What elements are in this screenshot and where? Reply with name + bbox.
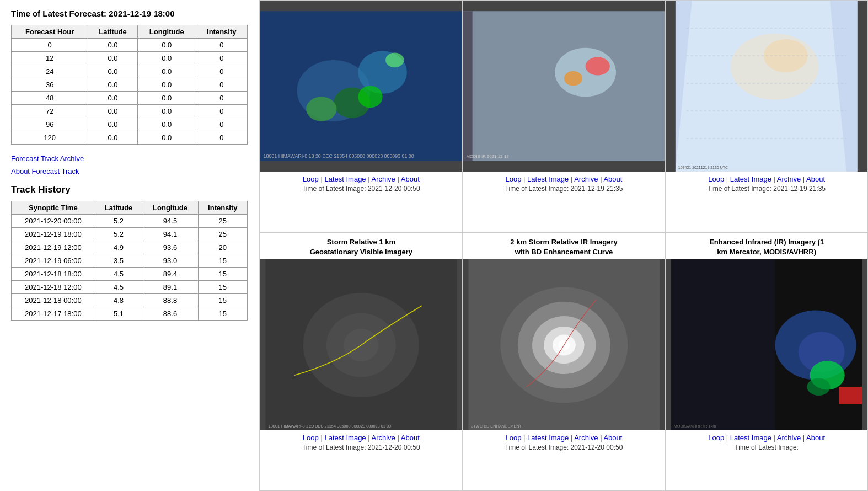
history-table-cell: 4.8 (95, 294, 142, 307)
forecast-track-archive-link-block[interactable]: Forecast Track Archive (11, 154, 248, 163)
page-wrapper: Time of Latest Forecast: 2021-12-19 18:0… (0, 0, 868, 491)
archive-link-2[interactable]: Archive (574, 175, 598, 183)
loop-link-1[interactable]: Loop (303, 175, 319, 183)
satellite-image-5: JTWC BD ENHANCEMENT (463, 259, 665, 430)
latest-image-link-2[interactable]: Latest Image (527, 175, 569, 183)
history-table-row: 2021-12-20 00:005.294.525 (12, 215, 248, 228)
forecast-table-row: 1200.00.00 (12, 131, 248, 145)
about-forecast-track-link-block[interactable]: About Forecast Track (11, 167, 248, 175)
caption-links-2: Loop | Latest Image | Archive | About (468, 175, 661, 183)
archive-link-4[interactable]: Archive (372, 434, 395, 442)
forecast-table-cell: 0 (196, 78, 247, 92)
latest-image-link-3[interactable]: Latest Image (730, 175, 771, 183)
latest-image-link-1[interactable]: Latest Image (324, 175, 366, 183)
about-link-3[interactable]: About (806, 175, 825, 183)
caption-area-6: Loop | Latest Image | Archive | About Ti… (666, 430, 867, 456)
caption-links-6: Loop | Latest Image | Archive | About (670, 434, 863, 442)
right-panel: 18001 HIMAWARI-8 13 20 DEC 21354 005000 … (259, 0, 868, 491)
satellite-image-2: MODIS IR 2021-12-19 (463, 1, 665, 172)
svg-text:MODIS IR 2021-12-19: MODIS IR 2021-12-19 (466, 154, 508, 159)
svg-text:18001 HIMAWARI-8 13 20 DEC 213: 18001 HIMAWARI-8 13 20 DEC 21354 005000 … (264, 153, 414, 159)
forecast-table-cell: 0.0 (88, 39, 138, 52)
forecast-table-cell: 0.0 (137, 39, 196, 52)
archive-link-3[interactable]: Archive (777, 175, 801, 183)
latest-image-link-5[interactable]: Latest Image (527, 434, 569, 442)
col-header-intensity: Intensity (196, 25, 247, 39)
about-link-4[interactable]: About (401, 434, 420, 442)
latest-image-link-4[interactable]: Latest Image (324, 434, 366, 442)
forecast-table-cell: 0.0 (137, 118, 196, 131)
forecast-table-cell: 36 (12, 78, 88, 92)
latest-image-link-6[interactable]: Latest Image (730, 434, 771, 442)
col-header-longitude: Longitude (137, 25, 196, 39)
history-table: Synoptic Time Latitude Longitude Intensi… (11, 201, 248, 321)
archive-link-1[interactable]: Archive (372, 175, 395, 183)
history-table-row: 2021-12-19 12:004.993.620 (12, 241, 248, 254)
forecast-table-row: 00.00.00 (12, 39, 248, 52)
svg-text:18001 HIMAWARI-8 1 20 DEC 2135: 18001 HIMAWARI-8 1 20 DEC 21354 005000 0… (269, 424, 391, 429)
about-link-1[interactable]: About (401, 175, 420, 183)
forecast-table-cell: 72 (12, 105, 88, 118)
history-table-cell: 15 (198, 294, 247, 307)
forecast-table-cell: 48 (12, 92, 88, 105)
caption-area-3: Loop | Latest Image | Archive | About Ti… (666, 172, 867, 197)
history-table-row: 2021-12-18 00:004.888.815 (12, 294, 248, 307)
history-table-row: 2021-12-18 12:004.589.115 (12, 281, 248, 294)
history-table-cell: 5.2 (95, 228, 142, 241)
forecast-table-cell: 0.0 (137, 92, 196, 105)
about-link-6[interactable]: About (806, 434, 825, 442)
history-table-cell: 93.6 (142, 241, 198, 254)
col-header-forecast-hour: Forecast Hour (12, 25, 88, 39)
history-table-cell: 15 (198, 281, 247, 294)
history-table-cell: 25 (198, 215, 247, 228)
history-table-cell: 2021-12-20 00:00 (12, 215, 95, 228)
history-table-cell: 15 (198, 268, 247, 281)
loop-link-3[interactable]: Loop (708, 175, 724, 183)
loop-link-5[interactable]: Loop (506, 434, 522, 442)
forecast-track-archive-link[interactable]: Forecast Track Archive (11, 154, 84, 163)
forecast-table-cell: 0.0 (88, 131, 138, 145)
forecast-table-cell: 0 (196, 92, 247, 105)
forecast-table-cell: 0 (196, 39, 247, 52)
cell-title: 2 km Storm Relative IR Imagerywith BD En… (507, 233, 620, 259)
history-table-cell: 2021-12-18 12:00 (12, 281, 95, 294)
about-forecast-track-link[interactable]: About Forecast Track (11, 167, 79, 175)
history-table-row: 2021-12-19 18:005.294.125 (12, 228, 248, 241)
history-table-cell: 2021-12-19 06:00 (12, 254, 95, 268)
image-cell-1: 18001 HIMAWARI-8 13 20 DEC 21354 005000 … (260, 0, 463, 232)
forecast-table-cell: 0.0 (88, 65, 138, 78)
history-table-cell: 15 (198, 307, 247, 321)
history-table-cell: 89.4 (142, 268, 198, 281)
history-table-cell: 15 (198, 254, 247, 268)
loop-link-2[interactable]: Loop (506, 175, 522, 183)
loop-link-6[interactable]: Loop (708, 434, 724, 442)
history-table-cell: 2021-12-17 18:00 (12, 307, 95, 321)
forecast-table-cell: 0.0 (137, 105, 196, 118)
history-table-cell: 89.1 (142, 281, 198, 294)
history-table-cell: 94.1 (142, 228, 198, 241)
caption-time-1: Time of Latest Image: 2021-12-20 00:50 (265, 185, 458, 193)
archive-link-6[interactable]: Archive (777, 434, 801, 442)
forecast-table-cell: 0 (12, 39, 88, 52)
svg-point-12 (564, 71, 582, 86)
svg-point-43 (807, 378, 831, 396)
forecast-table-row: 120.00.00 (12, 52, 248, 65)
forecast-table-cell: 0.0 (88, 52, 138, 65)
archive-link-5[interactable]: Archive (574, 434, 598, 442)
svg-text:JTWC BD ENHANCEMENT: JTWC BD ENHANCEMENT (471, 424, 522, 429)
caption-area-2: Loop | Latest Image | Archive | About Ti… (463, 172, 665, 197)
about-link-2[interactable]: About (603, 175, 622, 183)
history-col-lon: Longitude (142, 201, 198, 215)
svg-point-4 (306, 97, 336, 121)
loop-link-4[interactable]: Loop (303, 434, 319, 442)
forecast-table-cell: 0.0 (137, 65, 196, 78)
about-link-5[interactable]: About (603, 434, 622, 442)
svg-point-10 (555, 48, 616, 97)
forecast-table-cell: 0 (196, 65, 247, 78)
forecast-table-cell: 0.0 (137, 131, 196, 145)
history-table-cell: 5.1 (95, 307, 142, 321)
caption-area-5: Loop | Latest Image | Archive | About Ti… (463, 430, 665, 456)
svg-rect-13 (463, 11, 473, 161)
caption-time-3: Time of Latest Image: 2021-12-19 21:35 (670, 185, 863, 193)
forecast-table-cell: 0 (196, 118, 247, 131)
